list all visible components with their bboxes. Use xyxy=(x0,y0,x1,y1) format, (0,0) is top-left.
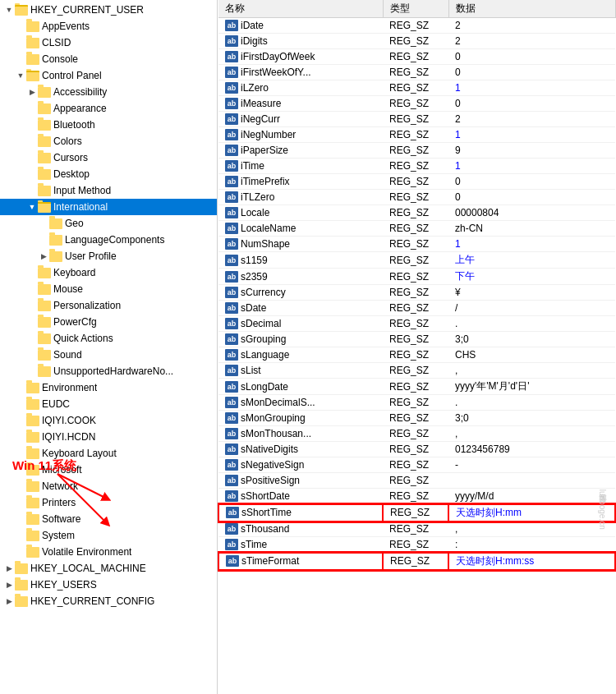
reg-row-20[interactable]: absGroupingREG_SZ3;0 xyxy=(218,332,615,347)
reg-row-34[interactable]: absTimeFormatREG_SZ天选时刻H:mm:ss xyxy=(218,553,615,570)
reg-row-10[interactable]: abiTimePrefixREG_SZ0 xyxy=(218,174,615,190)
reg-row-25[interactable]: absMonGroupingREG_SZ3;0 xyxy=(218,411,615,426)
reg-name-22: absList xyxy=(218,363,383,379)
reg-name-15: abs1159 xyxy=(218,252,383,269)
reg-row-3[interactable]: abiFirstWeekOfY...REG_SZ0 xyxy=(218,65,615,80)
tree-item-geo[interactable]: Geo xyxy=(0,215,217,232)
reg-data-21: CHS xyxy=(448,347,615,363)
tree-item-userprofile[interactable]: ▶User Profile xyxy=(0,248,217,264)
reg-row-27[interactable]: absNativeDigitsREG_SZ0123456789 xyxy=(218,442,615,457)
tree-arrow-hklm: ▶ xyxy=(3,564,15,572)
tree-item-mouse[interactable]: Mouse xyxy=(0,281,217,297)
tree-item-hkcu[interactable]: ▼HKEY_CURRENT_USER xyxy=(0,2,217,18)
reg-row-19[interactable]: absDecimalREG_SZ. xyxy=(218,316,615,332)
reg-row-30[interactable]: absShortDateREG_SZyyyy/M/d xyxy=(218,489,615,504)
reg-row-22[interactable]: absListREG_SZ, xyxy=(218,363,615,379)
reg-name-29: absPositiveSign xyxy=(218,473,383,489)
tree-label-iqiyi_hcdn: IQIYI.HCDN xyxy=(42,431,95,443)
reg-row-9[interactable]: abiTimeREG_SZ1 xyxy=(218,159,615,174)
folder-icon-inputmethod xyxy=(38,185,51,196)
tree-item-printers[interactable]: Printers xyxy=(0,494,217,511)
tree-item-sound[interactable]: Sound xyxy=(0,347,217,363)
tree-item-personalization[interactable]: Personalization xyxy=(0,297,217,314)
reg-row-15[interactable]: abs1159REG_SZ上午 xyxy=(218,252,615,269)
tree-item-keyboardlayout[interactable]: Keyboard Layout xyxy=(0,445,217,462)
reg-row-1[interactable]: abiDigitsREG_SZ2 xyxy=(218,34,615,49)
tree-item-powercfg[interactable]: PowerCfg xyxy=(0,314,217,330)
tree-item-controlpanel[interactable]: ▼Control Panel xyxy=(0,67,217,84)
reg-name-20: absGrouping xyxy=(218,332,383,347)
tree-item-desktop[interactable]: Desktop xyxy=(0,166,217,182)
tree-label-printers: Printers xyxy=(42,497,76,508)
tree-item-appearance[interactable]: Appearance xyxy=(0,100,217,117)
tree-item-cursors[interactable]: Cursors xyxy=(0,149,217,166)
tree-label-personalization: Personalization xyxy=(53,300,121,311)
reg-row-0[interactable]: abiDateREG_SZ2 xyxy=(218,18,615,34)
tree-item-bluetooth[interactable]: Bluetooth xyxy=(0,117,217,133)
tree-item-system[interactable]: System xyxy=(0,527,217,544)
tree-item-accessibility[interactable]: ▶Accessibility xyxy=(0,84,217,100)
tree-item-environment[interactable]: Environment xyxy=(0,379,217,396)
tree-item-keyboard[interactable]: Keyboard xyxy=(0,264,217,281)
reg-row-13[interactable]: abLocaleNameREG_SZzh-CN xyxy=(218,221,615,237)
reg-type-5: REG_SZ xyxy=(383,96,448,112)
tree-item-international[interactable]: ▼International xyxy=(0,199,217,215)
reg-type-11: REG_SZ xyxy=(383,190,448,205)
reg-row-24[interactable]: absMonDecimalS...REG_SZ. xyxy=(218,395,615,411)
reg-type-1: REG_SZ xyxy=(383,34,448,49)
tree-item-software[interactable]: Software xyxy=(0,511,217,527)
tree-item-unsupportedhardware[interactable]: UnsupportedHardwareNo... xyxy=(0,363,217,379)
tree-item-quickactions[interactable]: Quick Actions xyxy=(0,330,217,347)
tree-item-inputmethod[interactable]: Input Method xyxy=(0,182,217,199)
reg-row-7[interactable]: abiNegNumberREG_SZ1 xyxy=(218,127,615,143)
folder-icon-hkcc xyxy=(15,595,28,607)
tree-item-microsoft[interactable]: Microsoft xyxy=(0,462,217,478)
tree-item-eudc[interactable]: EUDC xyxy=(0,396,217,412)
tree-arrow-controlpanel: ▼ xyxy=(15,71,26,80)
reg-row-4[interactable]: abiLZeroREG_SZ1 xyxy=(218,80,615,96)
tree-item-clsid[interactable]: CLSID xyxy=(0,34,217,51)
reg-row-28[interactable]: absNegativeSignREG_SZ- xyxy=(218,457,615,473)
reg-row-21[interactable]: absLanguageREG_SZCHS xyxy=(218,347,615,363)
folder-icon-international xyxy=(38,201,51,213)
reg-row-12[interactable]: abLocaleREG_SZ00000804 xyxy=(218,205,615,221)
tree-label-desktop: Desktop xyxy=(53,168,90,180)
tree-item-hkcc[interactable]: ▶HKEY_CURRENT_CONFIG xyxy=(0,593,217,609)
tree-item-colors[interactable]: Colors xyxy=(0,133,217,149)
ab-icon-22: ab xyxy=(225,365,238,376)
reg-data-22: , xyxy=(448,363,615,379)
reg-row-31[interactable]: absShortTimeREG_SZ天选时刻H:mm xyxy=(218,504,615,522)
reg-row-18[interactable]: absDateREG_SZ/ xyxy=(218,301,615,316)
tree-item-console[interactable]: Console xyxy=(0,51,217,67)
reg-data-28: - xyxy=(448,457,615,473)
reg-row-29[interactable]: absPositiveSignREG_SZ xyxy=(218,473,615,489)
tree-item-network[interactable]: Network xyxy=(0,478,217,494)
reg-row-23[interactable]: absLongDateREG_SZyyyy'年'M'月'd'日' xyxy=(218,379,615,395)
tree-item-iqiyi_hcdn[interactable]: IQIYI.HCDN xyxy=(0,429,217,445)
reg-row-8[interactable]: abiPaperSizeREG_SZ9 xyxy=(218,143,615,159)
reg-row-14[interactable]: abNumShapeREG_SZ1 xyxy=(218,237,615,252)
reg-row-6[interactable]: abiNegCurrREG_SZ2 xyxy=(218,112,615,127)
col-name: 名称 xyxy=(218,0,383,18)
registry-tree[interactable]: ▼HKEY_CURRENT_USERAppEventsCLSIDConsole▼… xyxy=(0,0,218,694)
reg-type-24: REG_SZ xyxy=(383,395,448,411)
reg-type-12: REG_SZ xyxy=(383,205,448,221)
reg-row-5[interactable]: abiMeasureREG_SZ0 xyxy=(218,96,615,112)
tree-item-volatile[interactable]: Volatile Environment xyxy=(0,544,217,560)
tree-item-hklm[interactable]: ▶HKEY_LOCAL_MACHINE xyxy=(0,560,217,577)
folder-icon-hku xyxy=(15,579,28,591)
tree-item-languagecomponents[interactable]: LanguageComponents xyxy=(0,232,217,248)
tree-item-appevents[interactable]: AppEvents xyxy=(0,18,217,34)
reg-row-32[interactable]: absThousandREG_SZ, xyxy=(218,522,615,537)
reg-row-33[interactable]: absTimeREG_SZ: xyxy=(218,537,615,553)
reg-row-26[interactable]: absMonThousan...REG_SZ, xyxy=(218,426,615,442)
tree-item-iqiyi_cook[interactable]: IQIYI.COOK xyxy=(0,412,217,429)
reg-row-11[interactable]: abiTLZeroREG_SZ0 xyxy=(218,190,615,205)
tree-item-hku[interactable]: ▶HKEY_USERS xyxy=(0,577,217,593)
ab-icon-6: ab xyxy=(225,113,238,125)
reg-row-16[interactable]: abs2359REG_SZ下午 xyxy=(218,269,615,285)
reg-row-17[interactable]: absCurrencyREG_SZ¥ xyxy=(218,285,615,301)
reg-name-18: absDate xyxy=(218,301,383,316)
reg-name-25: absMonGrouping xyxy=(218,411,383,426)
reg-row-2[interactable]: abiFirstDayOfWeekREG_SZ0 xyxy=(218,49,615,65)
